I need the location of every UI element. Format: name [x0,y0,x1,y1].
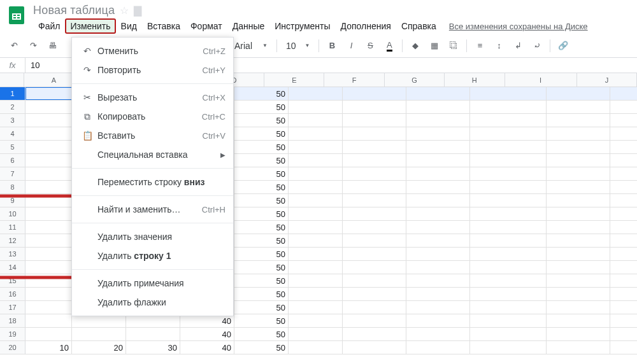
cell[interactable] [289,328,343,340]
column-header[interactable]: F [324,73,384,87]
bold-icon[interactable]: B [323,37,341,55]
cell[interactable] [343,248,406,260]
cell[interactable] [289,261,343,274]
cell[interactable] [343,141,406,153]
cell[interactable]: 50 [234,314,289,327]
wrap-icon[interactable]: ↲ [509,37,527,55]
cell[interactable] [343,221,406,234]
cell[interactable]: 50 [234,288,289,300]
cell[interactable] [470,194,547,207]
cell[interactable] [470,101,547,113]
text-color-icon[interactable]: A [380,37,398,55]
cell[interactable] [406,288,470,300]
sheets-logo[interactable] [5,4,28,27]
cell[interactable] [25,248,72,260]
cell[interactable] [547,207,610,220]
row-header[interactable]: 13 [0,248,25,260]
cell[interactable]: 50 [234,221,289,234]
cell[interactable]: 50 [234,274,289,287]
cell[interactable] [470,341,547,354]
cell[interactable] [25,87,72,100]
cell[interactable] [289,301,343,314]
cell[interactable]: 50 [234,234,289,247]
rotate-icon[interactable]: ⤾ [528,37,546,55]
menu-инструменты[interactable]: Инструменты [269,18,335,34]
cell[interactable] [547,341,610,354]
menu-формат[interactable]: Формат [185,18,227,34]
cell[interactable] [25,101,72,113]
row-header[interactable]: 18 [0,314,25,327]
cell[interactable] [547,301,610,314]
cell[interactable] [406,301,470,314]
menu-move-row-down[interactable]: Переместить строку вниз [72,172,233,192]
cell[interactable] [343,328,406,340]
cell[interactable]: 50 [234,141,289,153]
row-header[interactable]: 19 [0,328,25,340]
cell[interactable] [406,341,470,354]
cell[interactable] [406,141,470,153]
row-header[interactable]: 5 [0,141,25,153]
menu-delete-notes[interactable]: Удалить примечания [72,274,233,293]
cell[interactable] [547,87,610,100]
row-header[interactable]: 6 [0,154,25,167]
cell[interactable] [470,154,547,167]
cell[interactable]: 40 [180,341,234,354]
star-icon[interactable]: ☆ [120,4,129,17]
cell[interactable]: 50 [234,248,289,260]
cell[interactable] [406,261,470,274]
cell[interactable] [25,328,72,340]
menu-clear-values[interactable]: Удалить значения [72,227,233,246]
cell[interactable] [289,234,343,247]
cell[interactable] [343,154,406,167]
cell[interactable] [25,221,72,234]
cell[interactable] [289,127,343,140]
cell[interactable]: 50 [234,154,289,167]
cell[interactable] [289,248,343,260]
borders-icon[interactable]: ▦ [426,37,443,55]
row-header[interactable]: 7 [0,167,25,180]
cell[interactable] [470,87,547,100]
menu-дополнения[interactable]: Дополнения [336,18,396,34]
cell[interactable] [289,141,343,153]
cell[interactable] [406,167,470,180]
cell[interactable] [289,314,343,327]
cell[interactable] [470,141,547,153]
cell[interactable] [470,167,547,180]
folder-icon[interactable]: ▇ [134,4,141,17]
cell[interactable] [289,194,343,207]
cell[interactable] [126,314,180,327]
cell[interactable] [406,114,470,127]
cell[interactable]: 50 [234,341,289,354]
column-header[interactable]: I [505,73,577,87]
cell[interactable] [289,167,343,180]
row-header[interactable]: 17 [0,301,25,314]
cell[interactable] [470,288,547,300]
save-status[interactable]: Все изменения сохранены на Диске [449,22,588,31]
cell[interactable] [470,314,547,327]
font-size-select[interactable]: 10▼ [281,41,315,51]
cell[interactable] [343,114,406,127]
cell[interactable] [470,114,547,127]
cell[interactable] [343,194,406,207]
cell[interactable]: 20 [72,341,126,354]
print-icon[interactable]: 🖶 [43,37,61,55]
cell[interactable] [289,341,343,354]
row[interactable]: 184050 [0,314,637,328]
cell[interactable] [547,248,610,260]
valign-icon[interactable]: ↕ [490,37,508,55]
menu-cut[interactable]: ✂ВырезатьCtrl+X [72,88,233,107]
cell[interactable] [289,181,343,193]
cell[interactable] [547,114,610,127]
cell[interactable] [126,328,180,340]
cell[interactable] [343,274,406,287]
menu-данные[interactable]: Данные [227,18,270,34]
menu-delete-row[interactable]: Удалить строку 1 [72,246,233,265]
cell[interactable] [343,181,406,193]
font-family-select[interactable]: Arial▼ [229,41,273,51]
cell[interactable] [289,221,343,234]
cell[interactable] [343,261,406,274]
cell[interactable]: 50 [234,101,289,113]
cell[interactable] [25,234,72,247]
cell[interactable] [470,328,547,340]
cell[interactable] [406,101,470,113]
